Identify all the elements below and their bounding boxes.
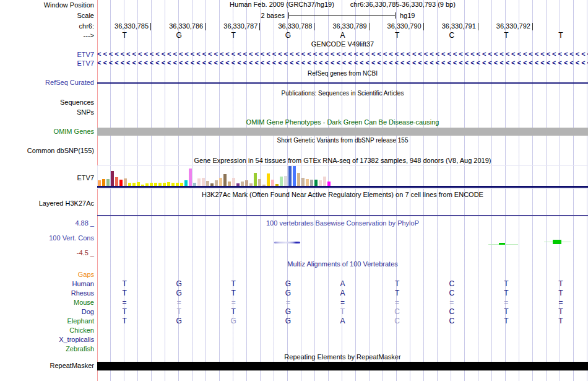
gtex-bar[interactable]	[189, 169, 192, 186]
gtex-bar[interactable]	[241, 182, 244, 186]
coordinate-label: 36,330,788	[261, 22, 312, 30]
reference-base: G	[261, 31, 315, 40]
refseq-gene-line[interactable]	[97, 82, 588, 84]
window-position-label: Window Position	[44, 1, 94, 9]
publications-track-title: Publications: Sequences in Scientific Ar…	[97, 90, 588, 97]
species-label-elephant[interactable]: Elephant	[67, 317, 94, 325]
conservation-green-dash[interactable]	[499, 243, 505, 245]
scale-label: Scale	[77, 12, 94, 19]
h3k27ac-track-title: H3K27Ac Mark (Often Found Near Active Re…	[97, 191, 588, 198]
gtex-bar[interactable]	[258, 179, 261, 186]
alignment-base: T	[534, 289, 588, 297]
gtex-bar[interactable]	[124, 178, 127, 186]
species-label-dog[interactable]: Dog	[82, 308, 94, 315]
species-label-rhesus[interactable]: Rhesus	[71, 289, 94, 297]
reference-base: T	[534, 31, 588, 40]
coordinate-tick	[369, 23, 370, 30]
track-label-refseq-curated[interactable]: RefSeq Curated	[45, 79, 94, 86]
alignment-base: G	[152, 317, 206, 325]
coordinate-label: 36,330,790	[370, 22, 422, 30]
h3k27ac-signal-line[interactable]	[97, 215, 588, 216]
coordinate-tick	[150, 23, 151, 30]
gtex-bar[interactable]	[323, 177, 326, 186]
gtex-bar[interactable]	[115, 177, 118, 186]
track-label-gtex-etv7[interactable]: ETV7	[77, 174, 94, 182]
alignment-base: G	[261, 317, 315, 325]
species-label-x_tropicalis[interactable]: X_tropicalis	[59, 336, 94, 343]
gtex-bar[interactable]	[106, 179, 110, 186]
alignment-base: T	[97, 289, 152, 297]
species-label-human[interactable]: Human	[72, 280, 94, 287]
etv7-transcript-2[interactable]: <<<<<<<<<<<<<<<<<<<<<<<<<<<<<<<<<<<<<<<<…	[97, 59, 588, 67]
repeatmasker-element-bar[interactable]	[97, 362, 588, 370]
gtex-bar[interactable]	[301, 178, 305, 186]
track-label-omim-genes[interactable]: OMIM Genes	[54, 128, 94, 135]
gtex-bar[interactable]	[98, 180, 101, 186]
alignment-base: =	[261, 299, 315, 307]
gtex-bar[interactable]	[202, 178, 205, 186]
track-label-common-dbsnp[interactable]: Common dbSNP(155)	[27, 147, 94, 154]
alignment-base: T	[315, 308, 370, 316]
track-label-repeatmasker[interactable]: RepeatMasker	[50, 362, 94, 369]
species-label-chicken[interactable]: Chicken	[69, 326, 94, 334]
alignment-base: T	[97, 308, 152, 316]
gtex-bar[interactable]	[245, 180, 248, 186]
gtex-bar[interactable]	[297, 173, 300, 186]
species-label-gaps[interactable]: Gaps	[78, 271, 94, 278]
scale-ruler-line	[289, 15, 395, 15]
gtex-bar[interactable]	[232, 178, 235, 186]
track-label-sequences[interactable]: Sequences	[60, 99, 94, 106]
alignment-base: =	[315, 299, 370, 307]
gtex-bar-chart[interactable]	[98, 166, 333, 186]
gtex-bar[interactable]	[293, 166, 296, 186]
gtex-bar[interactable]	[306, 179, 309, 186]
conservation-score-smudge[interactable]	[274, 242, 300, 243]
alignment-base: T	[97, 317, 152, 325]
gtex-bar[interactable]	[280, 177, 283, 186]
track-label-layered-h3k27ac[interactable]: Layered H3K27Ac	[39, 199, 94, 207]
gtex-bar[interactable]	[102, 179, 105, 186]
alignment-base: G	[261, 308, 315, 316]
alignment-base: =	[206, 299, 261, 307]
alignment-base: =	[97, 299, 152, 307]
gtex-bar[interactable]	[215, 180, 218, 186]
alignment-base: =	[534, 299, 588, 307]
gencode-track-title: GENCODE V49lift37	[97, 40, 588, 48]
gtex-bar[interactable]	[184, 180, 188, 186]
omim-gene-bar[interactable]	[97, 128, 588, 136]
gtex-bar[interactable]	[111, 171, 114, 186]
species-label-zebrafish[interactable]: Zebrafish	[66, 345, 94, 353]
gtex-bar[interactable]	[327, 182, 331, 186]
gene-label-etv7-2[interactable]: ETV7	[77, 59, 94, 67]
track-label-100-vert-cons[interactable]: 100 Vert. Cons	[49, 234, 94, 242]
gtex-bar[interactable]	[206, 181, 209, 186]
gtex-bar[interactable]	[119, 180, 123, 186]
gtex-bar[interactable]	[219, 178, 222, 186]
gtex-bar[interactable]	[319, 180, 322, 186]
gtex-bar[interactable]	[228, 182, 231, 186]
reference-base: T	[479, 31, 534, 40]
gtex-bar[interactable]	[288, 166, 292, 186]
gtex-bar[interactable]	[254, 173, 257, 186]
gtex-bar[interactable]	[197, 178, 201, 186]
alignment-base: T	[534, 280, 588, 288]
track-label-snps[interactable]: SNPs	[77, 108, 94, 116]
chromosome-label: chr6:	[79, 22, 94, 30]
conservation-green-box[interactable]	[553, 240, 561, 244]
gtex-bar[interactable]	[267, 173, 270, 186]
alignment-base: G	[261, 289, 315, 297]
gtex-bar[interactable]	[314, 180, 318, 186]
gtex-bar[interactable]	[223, 174, 227, 186]
alignment-base: =	[152, 299, 206, 307]
gene-label-etv7-1[interactable]: ETV7	[77, 51, 94, 58]
gtex-bar[interactable]	[271, 180, 274, 186]
alignment-base: G	[152, 280, 206, 288]
gtex-gene-model-line[interactable]	[97, 186, 588, 188]
species-label-mouse[interactable]: Mouse	[74, 299, 94, 306]
alignment-base: T	[479, 289, 534, 297]
etv7-transcript-1[interactable]: <<<<<<<<<<<<<<<<<<<<<<<<<<<<<<<<<<<<<<<<…	[97, 50, 588, 58]
alignment-base: C	[425, 317, 479, 325]
reference-base: C	[425, 31, 479, 40]
gtex-bar[interactable]	[310, 180, 313, 186]
gtex-bar[interactable]	[284, 176, 287, 186]
